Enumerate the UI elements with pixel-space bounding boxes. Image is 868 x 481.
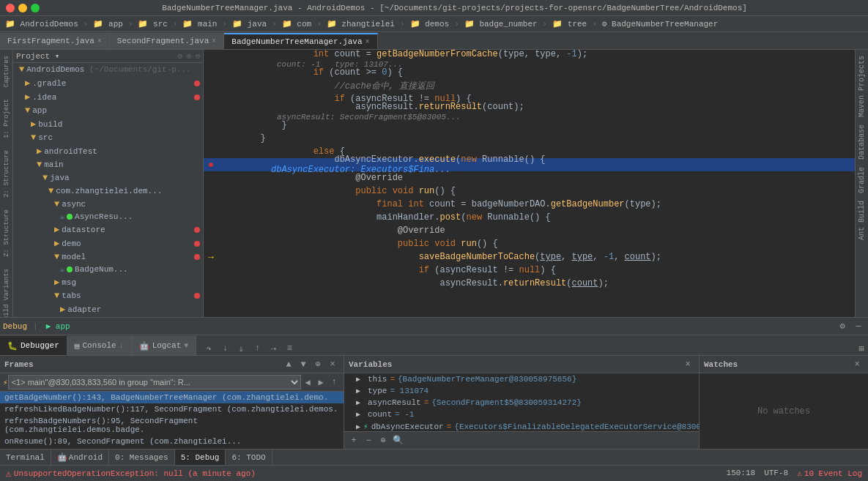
thread-select[interactable]: <1> main"@830,033,833,560 in group "main… <box>8 375 301 389</box>
nav-manager[interactable]: ⚙ BadgeNumberTreeManager <box>600 18 720 29</box>
debug-tab-debugger[interactable]: 🐛 Debugger <box>0 336 67 355</box>
gradle-label[interactable]: Gradle <box>857 164 867 196</box>
nav-tree[interactable]: 📁 tree <box>550 18 589 29</box>
tree-item-demo[interactable]: ▶ demo <box>13 236 203 250</box>
run-to-cursor-btn[interactable]: ⇢ <box>267 342 280 355</box>
tree-item-root[interactable]: ▼ AndroidDemos (~/Documents/git-p... <box>13 63 203 76</box>
restore-layout-btn[interactable]: ⊞ <box>855 342 868 355</box>
close-button[interactable] <box>6 4 15 12</box>
expand-arrow[interactable]: ▶ <box>356 398 365 407</box>
var-item[interactable]: ▶ type = 131074 <box>344 385 699 397</box>
vars-add-btn[interactable]: + <box>347 434 360 447</box>
database-label[interactable]: Database <box>857 122 867 163</box>
frames-down-btn[interactable]: ▼ <box>297 358 310 371</box>
step-into-btn[interactable]: ↓ <box>218 342 231 355</box>
bottom-tab-terminal[interactable]: Terminal <box>0 450 51 466</box>
nav-badge-number[interactable]: 📁 badge_number <box>462 18 540 29</box>
expand-arrow[interactable]: ▶ <box>356 375 365 384</box>
frames-up-btn[interactable]: ▲ <box>282 358 295 371</box>
nav-java[interactable]: 📁 java <box>230 18 269 29</box>
tree-item-androidtest[interactable]: ▶ androidTest <box>13 144 203 158</box>
thread-next-btn[interactable]: ▶ <box>314 376 327 389</box>
tab-first-fragment[interactable]: FirstFragment.java × <box>0 33 110 49</box>
ant-build-label[interactable]: Ant Build <box>857 198 867 243</box>
nav-demos[interactable]: 📁 demos <box>408 18 452 29</box>
frames-copy-btn[interactable]: ⊕ <box>311 358 324 371</box>
project-label[interactable]: 1: Project <box>1 93 12 144</box>
tree-item-build[interactable]: ▶ build <box>13 117 203 131</box>
minimize-panel-btn[interactable]: — <box>852 320 865 333</box>
captures-label[interactable]: Captures <box>1 50 12 93</box>
bottom-tab-android[interactable]: 🤖 Android <box>51 450 109 466</box>
nav-com[interactable]: 📁 com <box>280 18 314 29</box>
tree-item-asyncresult[interactable]: ☕ AsyncResu... <box>13 211 203 223</box>
frame-item[interactable]: refreshLikedBadgeNumber():117, SecondFra… <box>0 403 344 415</box>
tree-item-com[interactable]: ▼ com.zhangtielei.dem... <box>13 184 203 198</box>
tab-label: BadgeNumberTreeManager.java <box>231 37 362 46</box>
app-label: ▶ app <box>44 321 73 332</box>
tree-item-label: tabs <box>62 291 81 300</box>
tab-close-icon[interactable]: × <box>366 38 370 46</box>
nav-main[interactable]: 📁 main <box>180 18 219 29</box>
debug-tab-console[interactable]: ▤ Console ↓ <box>67 336 132 355</box>
vars-close-btn[interactable]: × <box>681 358 694 371</box>
structure-label[interactable]: 2: Structure <box>1 144 12 204</box>
tree-item-gradle[interactable]: ▶ .gradle <box>13 76 203 90</box>
tab-second-fragment[interactable]: SecondFragment.java × <box>110 33 224 49</box>
frame-item[interactable]: refreshBadgeNumbers():95, SecondFragment… <box>0 415 344 436</box>
var-item[interactable]: ▶ this = {BadgeNumberTreeManager@8300589… <box>344 373 699 385</box>
tree-item-tabs[interactable]: ▼ tabs <box>13 289 203 302</box>
tree-item-app[interactable]: ▼ app <box>13 104 203 117</box>
vars-remove-btn[interactable]: − <box>362 434 375 447</box>
tree-item-idea[interactable]: ▶ .idea <box>13 90 203 104</box>
thread-export-btn[interactable]: ↑ <box>327 376 341 389</box>
nav-androiddemos[interactable]: 📁 AndroidDemos <box>3 18 81 29</box>
sidebar-actions[interactable]: ⚙ ⊕ ⊖ <box>178 52 200 61</box>
bottom-tab-debug[interactable]: 5: Debug <box>175 450 226 466</box>
tree-item-model[interactable]: ▼ model <box>13 250 203 264</box>
tree-item-main[interactable]: ▼ main <box>13 158 203 171</box>
bottom-tab-todo[interactable]: 6: TODO <box>226 450 272 466</box>
tree-item-badgenum[interactable]: ☕ BadgeNum... <box>13 264 203 275</box>
thread-prev-btn[interactable]: ◀ <box>301 376 314 389</box>
frame-item[interactable]: onResume():89, SecondFragment (com.zhang… <box>0 436 344 447</box>
step-over-btn[interactable]: ↷ <box>202 342 215 355</box>
tree-item-java[interactable]: ▼ java <box>13 171 203 184</box>
tree-item-async[interactable]: ▼ async <box>13 198 203 211</box>
tree-item-msg[interactable]: ▶ msg <box>13 275 203 289</box>
vars-inspect-btn[interactable]: 🔍 <box>391 434 404 447</box>
maven-projects-label[interactable]: Maven Projects <box>857 53 867 120</box>
watches-close-btn[interactable]: × <box>850 358 864 371</box>
tree-item-datastore[interactable]: ▶ datastore <box>13 223 203 236</box>
frame-item[interactable]: getBadgeNumber():143, BadgeNumberTreeMan… <box>0 392 344 403</box>
bottom-tab-messages[interactable]: 0: Messages <box>109 450 175 466</box>
nav-zhangtielei[interactable]: 📁 zhangtielei <box>324 18 397 29</box>
debug-tab-logcat[interactable]: 🤖 Logcat ▼ <box>132 336 197 355</box>
java-icon: ☕ <box>60 265 64 274</box>
z-structure-label[interactable]: Z: Structure <box>1 204 12 263</box>
nav-src[interactable]: 📁 src <box>136 18 169 29</box>
nav-app[interactable]: 📁 app <box>91 18 125 29</box>
expand-arrow[interactable]: ▶ <box>356 422 360 431</box>
event-log[interactable]: ⚠ 10 Event Log <box>797 469 862 478</box>
code-editor[interactable]: int count = getBadgeNumberFromCache(type… <box>204 50 855 317</box>
var-item[interactable]: ▶ ⚡ dbAsyncExecutor = {Executors$Finaliz… <box>344 420 699 431</box>
settings-btn[interactable]: ⚙ <box>836 320 849 333</box>
tab-close-icon[interactable]: × <box>212 37 216 45</box>
vars-copy-btn[interactable]: ⊕ <box>376 434 390 447</box>
var-item[interactable]: ▶ count = -1 <box>344 409 699 420</box>
tree-item-adapter[interactable]: ▶ adapter <box>13 302 203 316</box>
minimize-button[interactable] <box>18 4 27 12</box>
expand-arrow[interactable]: ▶ <box>356 387 365 395</box>
tree-item-src[interactable]: ▼ src <box>13 131 203 144</box>
force-step-into-btn[interactable]: ⇓ <box>234 342 248 355</box>
tab-badge-manager[interactable]: BadgeNumberTreeManager.java × <box>224 33 377 49</box>
tab-close-icon[interactable]: × <box>97 37 102 45</box>
evaluate-btn[interactable]: ≡ <box>283 342 296 355</box>
expand-arrow[interactable]: ▶ <box>356 410 365 419</box>
var-item[interactable]: ▶ asyncResult = {SecondFragment$5@830059… <box>344 397 699 409</box>
frames-close-btn[interactable]: × <box>326 358 339 371</box>
maximize-button[interactable] <box>31 4 40 12</box>
step-out-btn[interactable]: ↑ <box>251 342 264 355</box>
build-variants-label[interactable]: Build Variants <box>1 263 12 317</box>
